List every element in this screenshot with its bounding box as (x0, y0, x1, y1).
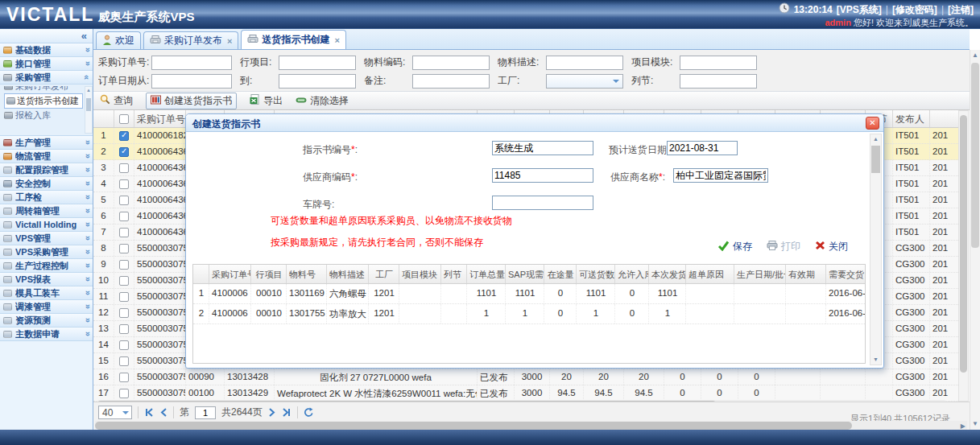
close-button[interactable]: 关闭 (815, 240, 848, 253)
submenu-item-partial-top[interactable]: 采购订单发布 (4, 86, 83, 93)
tab-welcome[interactable]: 欢迎 (96, 31, 141, 49)
print-button[interactable]: 打印 (767, 240, 800, 253)
panel-hscroll-right-arrow[interactable]: ▶ (961, 422, 966, 430)
dialog-item-row-2[interactable]: 24100006000101301755功率放大12011101012016-0… (193, 304, 865, 324)
order-date-to-input[interactable] (279, 74, 356, 89)
page-number-input[interactable] (195, 406, 216, 419)
chevron-down-icon[interactable]: « (82, 277, 92, 282)
row-checkbox[interactable] (119, 179, 129, 189)
first-page-button[interactable] (144, 408, 154, 417)
sidebar-item-16[interactable]: 调漆管理« (0, 300, 93, 314)
grid-vscroll-thumb[interactable] (960, 115, 967, 373)
chevron-down-icon[interactable]: « (82, 208, 92, 213)
chevron-down-icon[interactable]: « (82, 318, 92, 323)
grid-vertical-scrollbar[interactable] (958, 110, 969, 402)
chevron-down-icon[interactable]: « (82, 249, 92, 254)
change-password-link[interactable]: [修改密码] (892, 4, 937, 16)
save-button[interactable]: 保存 (717, 240, 752, 253)
chevron-down-icon[interactable]: « (82, 181, 92, 186)
sidebar-item-4[interactable]: 生产管理« (0, 136, 93, 150)
tab-close-icon[interactable]: × (334, 35, 339, 45)
clear-selection-button[interactable]: 清除选择 (296, 94, 349, 108)
sidebar-item-10[interactable]: Victall Holding« (0, 218, 93, 232)
submenu-item-inspection-storage[interactable]: 报检入库 (4, 110, 83, 120)
select-all-checkbox[interactable] (119, 114, 129, 124)
chevron-down-icon[interactable]: « (82, 195, 92, 200)
dialog-vscroll-up-arrow[interactable]: ▲ (870, 134, 881, 144)
next-page-button[interactable] (268, 408, 276, 417)
row-checkbox[interactable] (119, 389, 129, 398)
sidebar-item-2[interactable]: 接口管理« (0, 57, 93, 71)
project-module-input[interactable] (680, 56, 757, 70)
supplier-name-input[interactable] (673, 168, 768, 183)
page-vscroll-thumb[interactable] (971, 63, 979, 248)
tab-purchase-order-publish[interactable]: 采购订单发布× (143, 31, 238, 49)
create-delivery-instruction-button[interactable]: 创建送货指示书 (146, 93, 237, 109)
prev-page-button[interactable] (159, 408, 167, 417)
sidebar-item-18[interactable]: 主数据申请« (0, 328, 93, 341)
sidebar-item-14[interactable]: VPS报表« (0, 273, 93, 286)
row-checkbox[interactable] (119, 373, 129, 382)
page-vertical-scrollbar[interactable]: ▲ ▼ (970, 50, 980, 430)
page-size-select[interactable]: 40 (98, 406, 132, 419)
chevron-down-icon[interactable]: « (82, 332, 92, 336)
remark-input[interactable] (412, 74, 490, 89)
chevron-down-icon[interactable]: « (82, 290, 92, 295)
panel-hscroll-thumb[interactable] (95, 422, 852, 430)
chevron-down-icon[interactable]: « (82, 47, 92, 52)
chevron-down-icon[interactable]: « (82, 167, 92, 172)
row-checkbox[interactable] (119, 228, 129, 237)
last-page-button[interactable] (282, 408, 292, 417)
row-checkbox[interactable] (119, 356, 129, 366)
vps-system-link[interactable]: [VPS系统] (837, 4, 882, 16)
query-button[interactable]: 查询 (100, 94, 133, 108)
row-checkbox[interactable] (119, 324, 129, 334)
instruction-no-input[interactable] (492, 141, 593, 155)
line-item-input[interactable] (279, 56, 356, 70)
submenu-scroll-thumb[interactable] (86, 98, 91, 111)
chevron-down-icon[interactable]: « (82, 154, 92, 159)
chevron-down-icon[interactable]: « (82, 140, 92, 145)
chevron-down-icon[interactable]: « (82, 222, 92, 227)
row-checkbox[interactable] (119, 308, 129, 318)
sidebar-item-8[interactable]: 工序检« (0, 191, 93, 204)
row-checkbox[interactable] (119, 212, 129, 221)
logout-link[interactable]: [注销] (948, 4, 974, 16)
page-vscroll-down-arrow[interactable]: ▼ (970, 418, 980, 430)
sidebar-item-17[interactable]: 资源预测« (0, 314, 93, 328)
sidebar-item-9[interactable]: 周转箱管理« (0, 204, 93, 218)
plate-no-input[interactable] (492, 196, 593, 210)
sidebar-item-11[interactable]: VPS管理« (0, 232, 93, 245)
row-checkbox[interactable] (119, 196, 129, 205)
sidebar-item-delivery-instruction-create[interactable]: 送货指示书创建 (4, 93, 83, 109)
row-checkbox[interactable] (119, 260, 129, 270)
expected-date-input[interactable] (667, 141, 738, 155)
submenu-scrollbar[interactable]: ▲ (85, 86, 93, 134)
sidebar-item-3[interactable]: 采购管理« (0, 71, 93, 84)
dialog-item-row-1[interactable]: 14100006000101301169六角螺母1201110111010110… (193, 284, 865, 304)
order-date-from-input[interactable] (151, 74, 232, 89)
submenu-scroll-up-arrow[interactable]: ▲ (85, 87, 92, 93)
export-button[interactable]: 导出 (250, 94, 283, 108)
chevron-down-icon[interactable]: « (82, 61, 92, 66)
sidebar-collapse-button[interactable]: « (0, 29, 93, 43)
row-checkbox[interactable] (119, 163, 129, 173)
supplier-code-input[interactable] (492, 168, 593, 183)
column-section-input[interactable] (680, 74, 757, 89)
chevron-down-icon[interactable]: « (82, 304, 92, 309)
sidebar-item-12[interactable]: VPS采购管理« (0, 245, 93, 259)
sidebar-item-13[interactable]: 生产过程控制« (0, 259, 93, 273)
row-checkbox[interactable] (119, 147, 129, 157)
sidebar-item-1[interactable]: 基础数据« (0, 43, 93, 57)
refresh-button[interactable] (304, 407, 314, 418)
row-checkbox[interactable] (119, 244, 129, 253)
page-vscroll-up-arrow[interactable]: ▲ (970, 50, 980, 61)
po-number-input[interactable] (151, 56, 232, 70)
row-checkbox[interactable] (119, 340, 129, 350)
row-checkbox[interactable] (119, 276, 129, 286)
chevron-up-icon[interactable]: « (82, 75, 92, 80)
row-checkbox[interactable] (119, 131, 129, 141)
chevron-down-icon[interactable]: « (82, 236, 92, 241)
sidebar-item-7[interactable]: 安全控制« (0, 177, 93, 191)
sidebar-item-6[interactable]: 配置跟踪管理« (0, 163, 93, 177)
